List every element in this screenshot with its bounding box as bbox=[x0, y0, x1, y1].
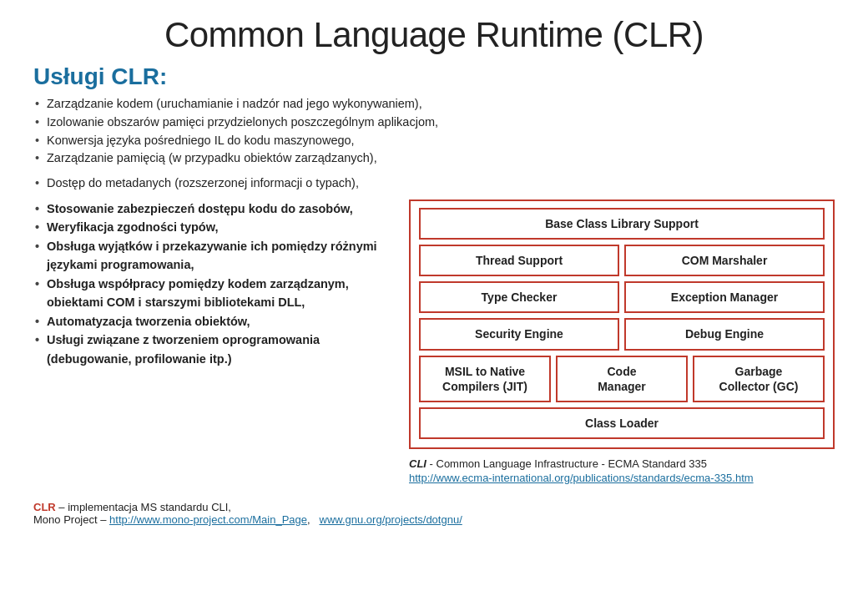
cli-text: - Common Language Infrastructure - ECMA … bbox=[426, 457, 707, 470]
bold-bullets: Stosowanie zabezpieczeń dostępu kodu do … bbox=[33, 199, 392, 368]
garbage-collector-box: Garbage Collector (GC) bbox=[693, 356, 825, 402]
extra-bullet: Dostęp do metadanych (rozszerzonej infor… bbox=[33, 174, 835, 193]
gnu-url-link[interactable]: www.gnu.org/projects/dotgnu/ bbox=[320, 513, 462, 526]
diagram-row-3: Type Checker Exception Manager bbox=[419, 281, 825, 313]
cli-url-line: http://www.ecma-international.org/public… bbox=[409, 472, 835, 484]
exception-manager-box: Exception Manager bbox=[624, 281, 825, 313]
footer-gnu-prefix: , bbox=[307, 513, 319, 526]
bullet-1: Zarządzanie kodem (uruchamianie i nadzór… bbox=[33, 95, 835, 114]
bullet-extra: Dostęp do metadanych (rozszerzonej infor… bbox=[33, 174, 835, 193]
bold-bullet-3: Obsługa wyjątków i przekazywanie ich pom… bbox=[33, 237, 392, 275]
right-column: Base Class Library Support Thread Suppor… bbox=[409, 199, 835, 484]
type-checker-box: Type Checker bbox=[419, 281, 619, 313]
page-title: Common Language Runtime (CLR) bbox=[33, 15, 835, 55]
code-manager-box: Code Manager bbox=[556, 356, 688, 402]
top-bullets: Zarządzanie kodem (uruchamianie i nadzór… bbox=[33, 95, 835, 168]
diagram-row-6: Class Loader bbox=[419, 407, 825, 439]
diagram-row-1: Base Class Library Support bbox=[419, 208, 825, 240]
left-column: Stosowanie zabezpieczeń dostępu kodu do … bbox=[33, 199, 392, 484]
bold-bullet-5: Automatyzacja tworzenia obiektów, bbox=[33, 312, 392, 331]
bold-bullet-2: Weryfikacja zgodności typów, bbox=[33, 218, 392, 236]
diagram-row-2: Thread Support COM Marshaler bbox=[419, 245, 825, 276]
diagram-row-5: MSIL to Native Compilers (JIT) Code Mana… bbox=[419, 356, 825, 402]
footer: CLR – implementacja MS standardu CLI, Mo… bbox=[33, 496, 835, 526]
bold-bullet-1: Stosowanie zabezpieczeń dostępu kodu do … bbox=[33, 199, 392, 218]
base-class-library-box: Base Class Library Support bbox=[419, 208, 825, 240]
bullet-3: Konwersja języka pośredniego IL do kodu … bbox=[33, 132, 835, 150]
class-loader-box: Class Loader bbox=[419, 407, 825, 439]
footer-mono-prefix: Mono Project – bbox=[33, 513, 109, 526]
bottom-links: CLI - Common Language Infrastructure - E… bbox=[409, 457, 835, 484]
debug-engine-box: Debug Engine bbox=[624, 318, 825, 350]
bold-bullet-6: Usługi związane z tworzeniem oprogramowa… bbox=[33, 331, 392, 368]
cli-line: CLI - Common Language Infrastructure - E… bbox=[409, 457, 835, 470]
section-heading: Usługi CLR: bbox=[33, 63, 835, 90]
com-marshaler-box: COM Marshaler bbox=[624, 245, 825, 276]
footer-clr-label: CLR bbox=[33, 501, 56, 513]
clr-diagram: Base Class Library Support Thread Suppor… bbox=[409, 199, 835, 449]
mono-url-link[interactable]: http://www.mono-project.com/Main_Page bbox=[109, 513, 307, 526]
bullet-4: Zarządzanie pamięcią (w przypadku obiekt… bbox=[33, 149, 835, 168]
footer-clr-text: – implementacja MS standardu CLI, bbox=[56, 501, 231, 513]
security-engine-box: Security Engine bbox=[419, 318, 619, 350]
thread-support-box: Thread Support bbox=[419, 245, 619, 276]
diagram-row-4: Security Engine Debug Engine bbox=[419, 318, 825, 350]
cli-url-link[interactable]: http://www.ecma-international.org/public… bbox=[409, 472, 754, 484]
msil-jit-box: MSIL to Native Compilers (JIT) bbox=[419, 356, 551, 402]
bold-bullet-4: Obsługa współpracy pomiędzy kodem zarząd… bbox=[33, 275, 392, 312]
content-area: Stosowanie zabezpieczeń dostępu kodu do … bbox=[33, 199, 835, 484]
cli-label: CLI bbox=[409, 457, 426, 470]
bullet-2: Izolowanie obszarów pamięci przydzielony… bbox=[33, 114, 835, 132]
